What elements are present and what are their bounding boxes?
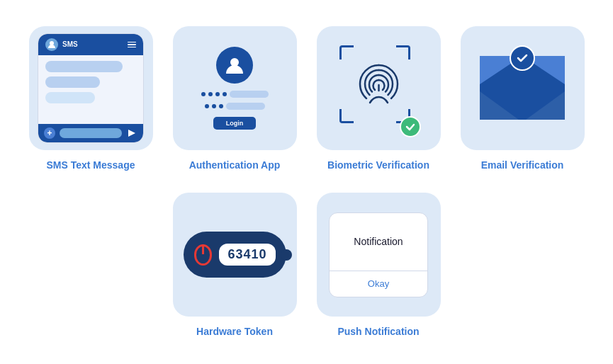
bio-mock [339, 45, 417, 130]
sms-footer: + [38, 124, 143, 142]
bio-scan-frame [339, 45, 410, 123]
email-card [461, 26, 585, 150]
sms-body [38, 55, 143, 124]
email-label: Email Verification [481, 159, 564, 171]
auth-mock: Login [189, 47, 281, 130]
auth-field-dots-2 [189, 103, 281, 110]
token-number: 63410 [219, 244, 275, 266]
envelope-bottom-left [480, 91, 519, 120]
bio-corner-tr [396, 45, 410, 59]
token-mock: 63410 [181, 223, 288, 287]
biometric-card-wrapper: Biometric Verification [317, 26, 441, 171]
auth-dot-3 [215, 92, 220, 96]
push-card: Notification Okay [317, 193, 441, 317]
auth-field-dots-1 [189, 91, 281, 98]
push-okay-button[interactable]: Okay [330, 271, 427, 297]
hardware-label: Hardware Token [196, 325, 273, 338]
envelope-check-icon [510, 45, 535, 71]
token-power-icon [194, 244, 213, 266]
auth-dot-4 [223, 92, 227, 96]
sms-card-wrapper: SMS + [29, 26, 153, 171]
bio-corner-bl [339, 109, 354, 123]
sms-label: SMS Text Message [46, 159, 135, 171]
sms-header: SMS [38, 34, 143, 55]
sms-plus-icon: + [44, 127, 55, 139]
auth-dot-5 [205, 104, 209, 108]
auth-field-bar-2 [226, 103, 265, 110]
hardware-card: 63410 [173, 193, 297, 317]
sms-header-left: SMS [45, 38, 78, 51]
auth-field-bar-1 [230, 91, 269, 98]
auth-login-button[interactable]: Login [213, 117, 257, 130]
sms-card: SMS + [29, 26, 153, 150]
sms-bubble-reply [45, 92, 95, 103]
auth-avatar-icon [216, 47, 253, 84]
email-mock [476, 49, 568, 127]
push-mock: Notification Okay [329, 212, 428, 297]
auth-fields [189, 91, 281, 110]
bio-check-icon [400, 116, 421, 137]
push-notification-text: Notification [330, 213, 427, 271]
auth-label: Authentication App [189, 159, 281, 171]
bio-corner-tl [339, 45, 354, 59]
hamburger-icon [128, 42, 136, 48]
auth-dot-2 [208, 92, 213, 96]
main-container: SMS + [1, 12, 613, 352]
auth-card-wrapper: Login Authentication App [173, 26, 297, 171]
sms-bubble-1 [45, 61, 123, 72]
auth-card: Login [173, 26, 297, 150]
sms-title: SMS [62, 40, 78, 48]
envelope-body [480, 56, 565, 120]
auth-dot-6 [212, 104, 216, 108]
envelope-bottom-right [526, 91, 565, 120]
token-fob: 63410 [184, 232, 286, 278]
sms-avatar-icon [45, 38, 58, 51]
sms-input-bar [60, 128, 122, 138]
row-1: SMS + [29, 26, 585, 171]
push-card-wrapper: Notification Okay Push Notification [317, 193, 441, 338]
auth-dot-1 [201, 92, 206, 96]
hardware-card-wrapper: 63410 Hardware Token [173, 193, 297, 338]
sms-bubble-2 [45, 76, 100, 88]
push-label: Push Notification [337, 325, 419, 338]
biometric-label: Biometric Verification [327, 159, 429, 171]
biometric-card [317, 26, 441, 150]
auth-dot-7 [219, 104, 223, 108]
sms-mock: SMS + [38, 33, 144, 143]
email-card-wrapper: Email Verification [461, 26, 585, 171]
row-2: 63410 Hardware Token Notification Okay P… [173, 193, 441, 338]
sms-send-icon [126, 127, 137, 139]
